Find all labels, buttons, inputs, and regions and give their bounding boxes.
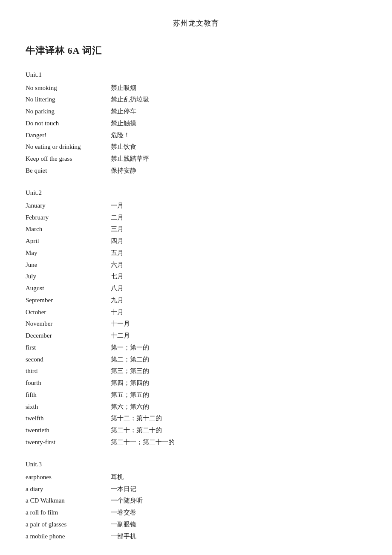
en-word: No littering bbox=[26, 94, 111, 106]
unit-label-3: Unit.3 bbox=[26, 459, 366, 470]
en-word: fifth bbox=[26, 389, 111, 401]
zh-word: 八月 bbox=[111, 283, 124, 295]
unit-section-1: Unit.1No smoking禁止吸烟No littering禁止乱扔垃圾No… bbox=[26, 69, 366, 176]
zh-word: 五月 bbox=[111, 247, 124, 259]
en-word: fourth bbox=[26, 377, 111, 389]
zh-word: 禁止乱扔垃圾 bbox=[111, 94, 149, 106]
en-word: January bbox=[26, 200, 111, 212]
vocab-row: first第一；第一的 bbox=[26, 342, 366, 354]
vocab-row: November十一月 bbox=[26, 318, 366, 330]
zh-word: 七月 bbox=[111, 271, 124, 283]
unit-label-1: Unit.1 bbox=[26, 69, 366, 80]
en-word: a pair of glasses bbox=[26, 519, 111, 531]
header: 苏州龙文教育 bbox=[26, 17, 366, 30]
en-word: a roll fo film bbox=[26, 507, 111, 519]
zh-word: 第十二；第十二的 bbox=[111, 413, 162, 425]
vocab-row: No littering禁止乱扔垃圾 bbox=[26, 94, 366, 106]
zh-word: 耳机 bbox=[111, 471, 124, 483]
zh-word: 一副眼镜 bbox=[111, 519, 136, 531]
vocab-row: April四月 bbox=[26, 235, 366, 247]
en-word: Keep off the grass bbox=[26, 153, 111, 165]
zh-word: 保持安静 bbox=[111, 165, 136, 177]
vocab-row: a CD Walkman一个随身听 bbox=[26, 495, 366, 507]
zh-word: 禁止触摸 bbox=[111, 118, 136, 130]
en-word: a CD Walkman bbox=[26, 495, 111, 507]
unit-section-2: Unit.2January一月February二月March三月April四月M… bbox=[26, 187, 366, 448]
main-title: 牛津译林 6A 词汇 bbox=[26, 43, 366, 59]
en-word: Be quiet bbox=[26, 165, 111, 177]
en-word: a mobile phone bbox=[26, 531, 111, 543]
en-word: Do not touch bbox=[26, 118, 111, 130]
vocab-row: February二月 bbox=[26, 212, 366, 224]
zh-word: 第五；第五的 bbox=[111, 389, 149, 401]
en-word: a diary bbox=[26, 483, 111, 495]
en-word: December bbox=[26, 330, 111, 342]
vocab-row: fourth第四；第四的 bbox=[26, 377, 366, 389]
zh-word: 一部手机 bbox=[111, 531, 136, 543]
en-word: twelfth bbox=[26, 413, 111, 425]
zh-word: 第三；第三的 bbox=[111, 365, 149, 377]
vocab-row: twelfth第十二；第十二的 bbox=[26, 413, 366, 425]
vocab-row: second第二；第二的 bbox=[26, 354, 366, 366]
zh-word: 禁止践踏草坪 bbox=[111, 153, 149, 165]
zh-word: 六月 bbox=[111, 259, 124, 271]
en-word: July bbox=[26, 271, 111, 283]
en-word: earphones bbox=[26, 471, 111, 483]
en-word: twenty-first bbox=[26, 436, 111, 448]
vocab-row: August八月 bbox=[26, 283, 366, 295]
zh-word: 一卷交卷 bbox=[111, 507, 136, 519]
unit-section-3: Unit.3earphones耳机a diary一本日记a CD Walkman… bbox=[26, 459, 366, 543]
vocab-row: a mobile phone一部手机 bbox=[26, 531, 366, 543]
zh-word: 第二十；第二十的 bbox=[111, 425, 162, 436]
zh-word: 第二；第二的 bbox=[111, 354, 149, 366]
vocab-row: Danger!危险！ bbox=[26, 130, 366, 142]
en-word: twentieth bbox=[26, 425, 111, 436]
zh-word: 危险！ bbox=[111, 130, 130, 142]
vocab-row: fifth第五；第五的 bbox=[26, 389, 366, 401]
en-word: May bbox=[26, 247, 111, 259]
vocab-row: September九月 bbox=[26, 295, 366, 306]
vocab-row: March三月 bbox=[26, 223, 366, 235]
en-word: third bbox=[26, 365, 111, 377]
vocab-row: a diary一本日记 bbox=[26, 483, 366, 495]
en-word: second bbox=[26, 354, 111, 366]
vocab-row: third第三；第三的 bbox=[26, 365, 366, 377]
vocab-row: October十月 bbox=[26, 306, 366, 318]
en-word: Danger! bbox=[26, 130, 111, 142]
vocab-row: a roll fo film一卷交卷 bbox=[26, 507, 366, 519]
en-word: November bbox=[26, 318, 111, 330]
zh-word: 四月 bbox=[111, 235, 124, 247]
vocab-row: June六月 bbox=[26, 259, 366, 271]
zh-word: 禁止停车 bbox=[111, 106, 136, 118]
en-word: No eating or drinking bbox=[26, 141, 111, 153]
header-title: 苏州龙文教育 bbox=[26, 17, 366, 30]
vocab-row: earphones耳机 bbox=[26, 471, 366, 483]
vocab-row: twentieth第二十；第二十的 bbox=[26, 425, 366, 436]
zh-word: 十一月 bbox=[111, 318, 130, 330]
en-word: February bbox=[26, 212, 111, 224]
en-word: October bbox=[26, 306, 111, 318]
vocab-row: No parking禁止停车 bbox=[26, 106, 366, 118]
unit-label-2: Unit.2 bbox=[26, 187, 366, 198]
vocab-row: Keep off the grass禁止践踏草坪 bbox=[26, 153, 366, 165]
en-word: September bbox=[26, 295, 111, 306]
vocab-row: December十二月 bbox=[26, 330, 366, 342]
en-word: April bbox=[26, 235, 111, 247]
vocab-row: January一月 bbox=[26, 200, 366, 212]
zh-word: 第四；第四的 bbox=[111, 377, 149, 389]
vocab-row: sixth第六；第六的 bbox=[26, 401, 366, 413]
vocab-row: No eating or drinking禁止饮食 bbox=[26, 141, 366, 153]
zh-word: 第一；第一的 bbox=[111, 342, 149, 354]
zh-word: 禁止吸烟 bbox=[111, 82, 136, 94]
zh-word: 一个随身听 bbox=[111, 495, 143, 507]
zh-word: 十月 bbox=[111, 306, 124, 318]
en-word: March bbox=[26, 223, 111, 235]
zh-word: 第二十一；第二十一的 bbox=[111, 436, 175, 448]
vocab-row: July七月 bbox=[26, 271, 366, 283]
vocab-row: No smoking禁止吸烟 bbox=[26, 82, 366, 94]
vocab-row: Do not touch禁止触摸 bbox=[26, 118, 366, 130]
zh-word: 二月 bbox=[111, 212, 124, 224]
vocab-row: Be quiet保持安静 bbox=[26, 165, 366, 177]
en-word: No smoking bbox=[26, 82, 111, 94]
zh-word: 一月 bbox=[111, 200, 124, 212]
